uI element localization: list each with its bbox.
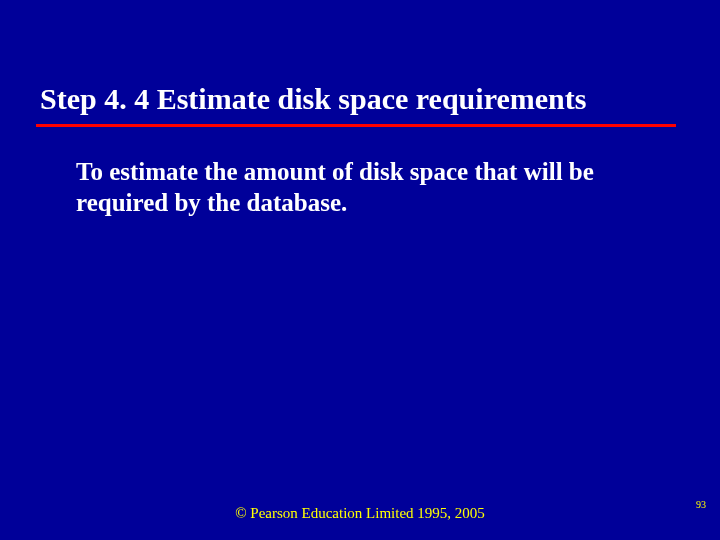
slide-body-text: To estimate the amount of disk space tha… <box>76 156 636 219</box>
slide-title: Step 4. 4 Estimate disk space requiremen… <box>40 82 586 116</box>
copyright-footer: © Pearson Education Limited 1995, 2005 <box>0 505 720 522</box>
slide: Step 4. 4 Estimate disk space requiremen… <box>0 0 720 540</box>
page-number: 93 <box>696 499 706 510</box>
title-underline <box>36 124 676 127</box>
